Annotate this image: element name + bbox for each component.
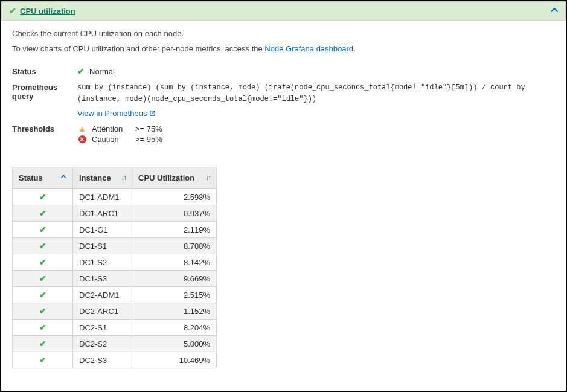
- column-header-status[interactable]: Status: [13, 167, 73, 189]
- table-row: ✔DC2-ADM12.515%: [13, 287, 217, 303]
- row-instance-cell: DC1-S3: [73, 271, 132, 287]
- cpu-utilization-table: Status Instance ↓↑ CPU Utilization ↓↑: [12, 167, 217, 368]
- row-status-cell: ✔: [13, 271, 73, 287]
- threshold-row: ▲Attention>= 75%: [77, 124, 555, 133]
- row-status-cell: ✔: [13, 222, 73, 238]
- table-row: ✔DC2-S310.469%: [13, 352, 217, 368]
- row-cpu-cell: 5.000%: [132, 336, 217, 352]
- table-row: ✔DC1-S28.142%: [13, 254, 217, 271]
- view-in-prometheus-link[interactable]: View in Prometheus: [77, 109, 156, 118]
- column-header-instance[interactable]: Instance ↓↑: [73, 167, 132, 189]
- warning-triangle-icon: ▲: [77, 124, 87, 133]
- sort-up-icon: [60, 173, 66, 181]
- check-icon: ✔: [39, 306, 46, 316]
- table-row: ✔DC2-ARC11.152%: [13, 303, 217, 320]
- row-status-cell: ✔: [13, 320, 73, 336]
- column-header-cpu[interactable]: CPU Utilization ↓↑: [132, 167, 217, 189]
- table-row: ✔DC1-G12.119%: [13, 222, 217, 238]
- check-icon: ✔: [39, 241, 46, 251]
- table-row: ✔DC1-S39.669%: [13, 271, 217, 287]
- panel-title: CPU utilization: [20, 7, 75, 16]
- row-cpu-cell: 2.515%: [132, 287, 217, 303]
- status-value: Normal: [89, 67, 115, 76]
- table-row: ✔DC2-S25.000%: [13, 336, 217, 352]
- table-row: ✔DC1-ARC10.937%: [13, 205, 217, 222]
- row-instance-cell: DC1-G1: [73, 222, 132, 238]
- row-cpu-cell: 2.119%: [132, 222, 217, 238]
- row-cpu-cell: 8.142%: [132, 254, 217, 271]
- description-line-2: To view charts of CPU utilization and ot…: [12, 44, 555, 53]
- row-instance-cell: DC2-S1: [73, 320, 132, 336]
- row-status-cell: ✔: [13, 287, 73, 303]
- sort-icon: ↓↑: [121, 173, 126, 182]
- row-status-cell: ✔: [13, 189, 73, 205]
- check-icon: ✔: [39, 257, 46, 267]
- status-label: Status: [12, 66, 77, 76]
- description-prefix: To view charts of CPU utilization and ot…: [12, 44, 264, 53]
- prometheus-query-text: sum by (instance) (sum by (instance, mod…: [77, 82, 555, 105]
- description-line-1: Checks the current CPU utilization on ea…: [12, 29, 555, 38]
- row-instance-cell: DC1-ARC1: [73, 205, 132, 222]
- caution-circle-icon: ✕: [77, 135, 87, 143]
- prometheus-query-label: Prometheus query: [12, 82, 77, 101]
- panel-body: Checks the current CPU utilization on ea…: [1, 21, 566, 377]
- threshold-label: Attention: [92, 124, 130, 133]
- row-instance-cell: DC2-ARC1: [73, 303, 132, 320]
- threshold-label: Caution: [92, 135, 130, 144]
- column-header-cpu-text: CPU Utilization: [138, 173, 194, 182]
- check-icon: ✔: [39, 290, 46, 300]
- row-cpu-cell: 9.669%: [132, 271, 217, 287]
- row-cpu-cell: 8.204%: [132, 320, 217, 336]
- table-row: ✔DC1-ADM12.598%: [13, 189, 217, 205]
- check-icon: ✔: [39, 225, 46, 234]
- row-cpu-cell: 8.708%: [132, 238, 217, 254]
- description-suffix: .: [353, 44, 356, 53]
- threshold-row: ✕Caution>= 95%: [77, 135, 555, 144]
- row-status-cell: ✔: [13, 303, 73, 320]
- chevron-up-icon: [551, 7, 558, 14]
- column-header-instance-text: Instance: [79, 173, 111, 182]
- table-row: ✔DC2-S18.204%: [13, 320, 217, 336]
- threshold-value: >= 75%: [135, 124, 162, 133]
- row-cpu-cell: 10.469%: [132, 352, 217, 368]
- check-icon: ✔: [9, 6, 16, 16]
- row-instance-cell: DC1-S1: [73, 238, 132, 254]
- check-icon: ✔: [39, 208, 46, 218]
- check-icon: ✔: [39, 355, 46, 365]
- row-cpu-cell: 1.152%: [132, 303, 217, 320]
- column-header-status-text: Status: [19, 173, 43, 182]
- collapse-toggle[interactable]: [551, 6, 558, 16]
- row-instance-cell: DC1-ADM1: [73, 189, 132, 205]
- row-cpu-cell: 2.598%: [132, 189, 217, 205]
- row-instance-cell: DC2-ADM1: [73, 287, 132, 303]
- threshold-value: >= 95%: [135, 135, 162, 144]
- row-cpu-cell: 0.937%: [132, 205, 217, 222]
- check-icon: ✔: [39, 339, 46, 349]
- check-icon: ✔: [39, 274, 46, 283]
- row-status-cell: ✔: [13, 238, 73, 254]
- view-in-prometheus-text: View in Prometheus: [77, 109, 147, 118]
- row-instance-cell: DC2-S3: [73, 352, 132, 368]
- check-icon: ✔: [39, 192, 46, 202]
- row-instance-cell: DC2-S2: [73, 336, 132, 352]
- panel-header[interactable]: ✔ CPU utilization: [1, 1, 566, 21]
- row-instance-cell: DC1-S2: [73, 254, 132, 271]
- external-link-icon: [149, 110, 156, 117]
- thresholds-label: Thresholds: [12, 124, 77, 133]
- thresholds-list: ▲Attention>= 75%✕Caution>= 95%: [77, 124, 555, 145]
- node-grafana-link[interactable]: Node Grafana dashboard: [264, 44, 353, 53]
- check-icon: ✔: [77, 66, 85, 76]
- check-icon: ✔: [39, 323, 46, 332]
- row-status-cell: ✔: [13, 254, 73, 271]
- table-row: ✔DC1-S18.708%: [13, 238, 217, 254]
- sort-icon: ↓↑: [205, 173, 210, 182]
- row-status-cell: ✔: [13, 205, 73, 222]
- row-status-cell: ✔: [13, 352, 73, 368]
- row-status-cell: ✔: [13, 336, 73, 352]
